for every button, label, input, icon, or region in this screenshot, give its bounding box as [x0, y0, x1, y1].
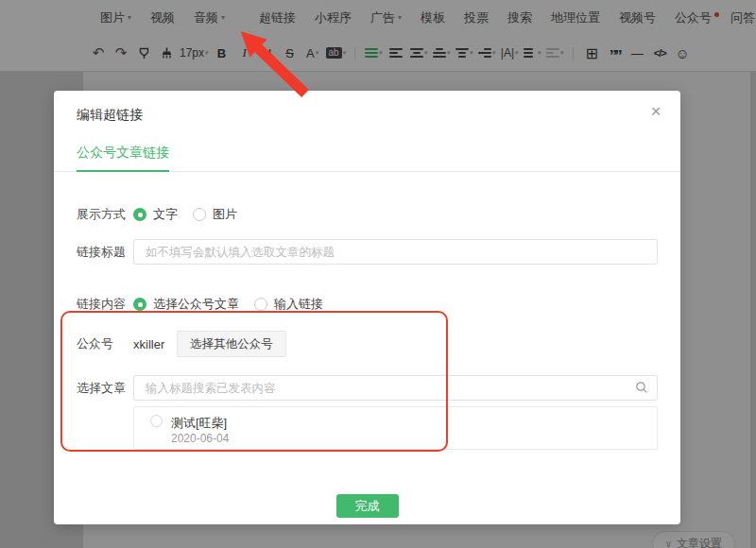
- display-mode-row: 展示方式 文字 图片: [77, 205, 658, 224]
- dialog-footer: 完成: [77, 494, 658, 518]
- official-account-label: 公众号: [77, 335, 133, 352]
- choose-article-label: 选择文章: [77, 380, 133, 397]
- link-content-row: 链接内容 选择公众号文章 输入链接: [77, 295, 658, 314]
- article-date: 2020-06-04: [171, 432, 229, 446]
- article-results-row: 测试[旺柴] 2020-06-04: [77, 406, 658, 450]
- display-mode-label: 展示方式: [77, 206, 133, 223]
- radio-selected-icon: [133, 208, 146, 221]
- article-search-input[interactable]: [133, 375, 658, 401]
- link-title-row: 链接标题: [77, 239, 658, 265]
- link-title-input[interactable]: [133, 239, 658, 265]
- radio-selected-icon: [133, 298, 146, 311]
- dialog-tabs: 公众号文章链接: [54, 144, 680, 172]
- article-result-item[interactable]: 测试[旺柴] 2020-06-04: [133, 406, 658, 450]
- dialog-title: 编辑超链接: [77, 107, 658, 124]
- radio-option-text[interactable]: 文字: [133, 206, 178, 223]
- radio-option-input-url[interactable]: 输入链接: [254, 296, 323, 313]
- choose-article-row: 选择文章: [77, 375, 658, 401]
- wechat-editor-page: 图片▾ 视频 音频▾ 超链接 小程序 广告▾ 模板 投票 搜索 地理位置 视频号…: [0, 0, 756, 548]
- choose-other-account-button[interactable]: 选择其他公众号: [177, 331, 286, 358]
- radio-option-select-article[interactable]: 选择公众号文章: [133, 296, 239, 313]
- official-account-row: 公众号 xkiller 选择其他公众号: [77, 330, 658, 358]
- radio-unselected-icon[interactable]: [150, 415, 163, 427]
- article-title: 测试[旺柴]: [171, 416, 229, 431]
- radio-option-image[interactable]: 图片: [193, 206, 237, 223]
- link-title-label: 链接标题: [77, 244, 133, 261]
- done-button[interactable]: 完成: [336, 494, 399, 518]
- link-content-label: 链接内容: [77, 296, 133, 313]
- radio-unselected-icon: [193, 208, 206, 221]
- edit-hyperlink-dialog: 编辑超链接 × 公众号文章链接 展示方式 文字 图片 链接标题: [54, 91, 680, 524]
- tab-official-article-link[interactable]: 公众号文章链接: [77, 145, 169, 172]
- account-name: xkiller: [133, 337, 164, 351]
- search-icon[interactable]: [635, 381, 648, 398]
- close-icon[interactable]: ×: [645, 101, 666, 122]
- radio-unselected-icon: [254, 298, 267, 311]
